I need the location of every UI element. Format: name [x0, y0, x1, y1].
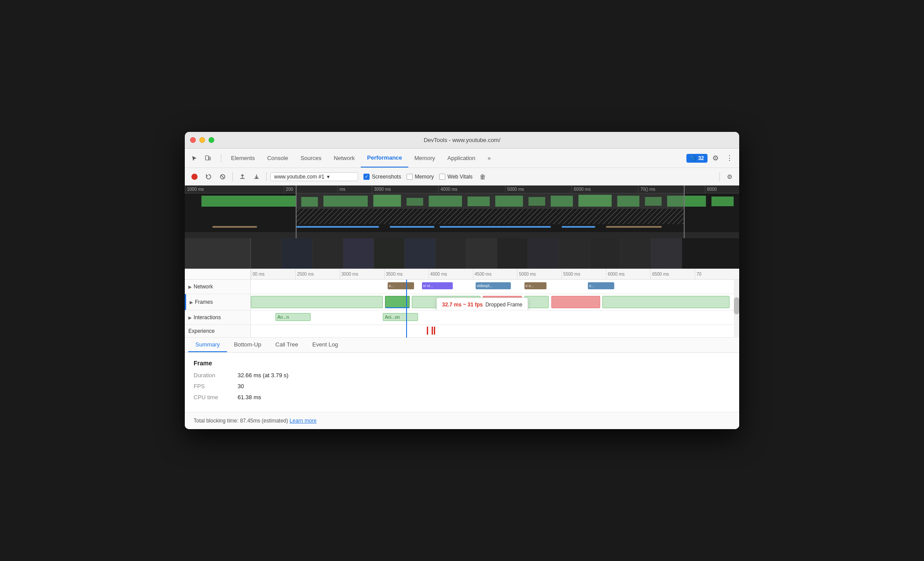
- toolbar: www.youtube.com #1 ▾ ✓ Screenshots Memor…: [185, 168, 739, 186]
- ruler-mark-6000: 6000 ms: [572, 186, 638, 193]
- reload-button[interactable]: [202, 171, 215, 183]
- upload-button[interactable]: [236, 171, 249, 183]
- experience-track-row: Experience: [185, 325, 739, 338]
- selection-right-border: [684, 186, 685, 238]
- svg-rect-29: [440, 226, 551, 228]
- svg-rect-27: [296, 226, 379, 228]
- screenshot-thumb-7: [436, 238, 466, 269]
- frame-rect-1: [251, 296, 383, 308]
- svg-rect-5: [202, 196, 296, 207]
- ruler-mark-5000: 5000 ms: [505, 186, 572, 193]
- ruler-mark-200: 200: [284, 186, 337, 193]
- screenshot-thumb-14: [651, 238, 682, 269]
- fps-track: FPS: [185, 193, 739, 209]
- more-options-icon[interactable]: ⋮: [723, 152, 736, 164]
- mark-5000ms: 5000 ms: [517, 269, 561, 279]
- interaction-2: Ani...on: [383, 313, 418, 321]
- screenshot-thumb-12: [590, 238, 620, 269]
- tab-more[interactable]: »: [481, 149, 497, 168]
- record-icon: [191, 174, 198, 180]
- tab-console[interactable]: Console: [261, 149, 294, 168]
- frames-track-content[interactable]: 32.7 ms ~ 31 fps Dropped Frame: [251, 294, 739, 310]
- webvitals-checkbox[interactable]: [439, 174, 445, 180]
- tab-summary[interactable]: Summary: [188, 338, 227, 352]
- net-item-5: v...: [588, 282, 614, 289]
- screenshot-thumb-6: [405, 238, 436, 269]
- trash-icon[interactable]: 🗑: [480, 173, 486, 180]
- tab-bottom-up[interactable]: Bottom-Up: [227, 338, 268, 352]
- ruler-mark-1000: 1000 ms: [185, 186, 284, 193]
- network-track-content[interactable]: v... vi vi... videopl... v v... v...: [251, 280, 739, 294]
- memory-checkbox[interactable]: [407, 174, 413, 180]
- mark-6500ms: 6500 ms: [650, 269, 695, 279]
- download-button[interactable]: [250, 171, 263, 183]
- interactions-track-label[interactable]: ▶ Interactions: [185, 310, 251, 324]
- webvitals-checkbox-label[interactable]: Web Vitals: [439, 174, 473, 180]
- mark-5500ms: 5500 ms: [561, 269, 606, 279]
- net-item-2: vi vi...: [422, 282, 453, 289]
- screenshots-checkbox[interactable]: ✓: [363, 174, 370, 180]
- tab-sources[interactable]: Sources: [294, 149, 328, 168]
- frames-track-label[interactable]: ▶ Frames: [185, 294, 251, 310]
- svg-rect-19: [711, 197, 733, 206]
- close-button[interactable]: [190, 137, 196, 143]
- tab-network[interactable]: Network: [328, 149, 361, 168]
- device-icon[interactable]: [202, 152, 214, 164]
- net-item-1: v...: [388, 282, 414, 289]
- mark-4000ms: 4000 ms: [429, 269, 473, 279]
- fps-chart: [185, 193, 739, 209]
- nav-right-controls: 🔵 32 ⚙ ⋮: [686, 152, 736, 164]
- tracks-scrollbar[interactable]: [734, 280, 739, 338]
- cursor-icon[interactable]: [188, 152, 201, 164]
- tab-elements[interactable]: Elements: [225, 149, 261, 168]
- blocking-time-text: Total blocking time: 87.45ms (estimated): [194, 418, 288, 424]
- settings-icon[interactable]: ⚙: [709, 152, 722, 164]
- notifications-badge[interactable]: 🔵 32: [686, 154, 708, 163]
- mark-2500ms: 2500 ms: [295, 269, 340, 279]
- screenshot-thumb-5: [374, 238, 405, 269]
- memory-checkbox-label[interactable]: Memory: [407, 174, 434, 180]
- tab-memory[interactable]: Memory: [408, 149, 441, 168]
- maximize-button[interactable]: [209, 137, 214, 143]
- timeline-ruler: 1000 ms 200 ms 3000 ms 4000 ms 5000 ms 6…: [185, 186, 739, 193]
- mark-70: 70: [695, 269, 739, 279]
- experience-track-content[interactable]: [251, 325, 739, 337]
- ruler-mark-7000: 70() ms: [638, 186, 704, 193]
- interaction-1: An...n: [275, 313, 311, 321]
- url-selector[interactable]: www.youtube.com #1 ▾: [270, 172, 358, 181]
- nav-left-icons: [188, 152, 214, 164]
- learn-more-link[interactable]: Learn more: [290, 418, 316, 424]
- minimize-button[interactable]: [199, 137, 205, 143]
- tab-application[interactable]: Application: [441, 149, 482, 168]
- tab-call-tree[interactable]: Call Tree: [268, 338, 305, 352]
- notifications-icon: 🔵: [690, 155, 697, 161]
- screenshot-thumb-1: [251, 238, 282, 269]
- record-button[interactable]: [188, 171, 201, 183]
- toolbar-checkboxes: ✓ Screenshots Memory Web Vitals 🗑: [363, 173, 486, 180]
- interactions-track-content[interactable]: An...n Ani...on: [251, 310, 739, 324]
- tab-event-log[interactable]: Event Log: [305, 338, 345, 352]
- mark-4500ms: 4500 ms: [473, 269, 517, 279]
- frame-rect-7: [602, 296, 730, 308]
- net-item-videoplayer: videopl...: [476, 282, 511, 289]
- network-expand-icon: ▶: [188, 284, 192, 289]
- screenshots-label: Screenshots: [372, 174, 401, 180]
- tooltip-fps-text: 32.7 ms ~ 31 fps: [442, 302, 483, 308]
- tab-performance[interactable]: Performance: [361, 149, 408, 168]
- timeline-overview[interactable]: 1000 ms 200 ms 3000 ms 4000 ms 5000 ms 6…: [185, 186, 739, 238]
- clear-icon: [220, 174, 226, 180]
- traffic-lights: [190, 137, 214, 143]
- svg-rect-31: [606, 226, 662, 228]
- navbar: Elements Console Sources Network Perform…: [185, 149, 739, 168]
- upload-icon: [239, 174, 246, 180]
- screenshots-strip: [185, 238, 739, 269]
- notifications-count: 32: [698, 155, 704, 161]
- screenshots-checkbox-label[interactable]: ✓ Screenshots: [363, 174, 401, 180]
- capture-settings-icon[interactable]: ⚙: [723, 171, 736, 183]
- scrollbar-thumb[interactable]: [734, 297, 739, 315]
- ruler-mark-8000: 8000: [705, 186, 739, 193]
- exp-mark-2: [432, 327, 433, 335]
- clear-button[interactable]: [216, 171, 229, 183]
- frame-rect-dropped-2: [551, 296, 600, 308]
- network-track-label[interactable]: ▶ Network: [185, 280, 251, 294]
